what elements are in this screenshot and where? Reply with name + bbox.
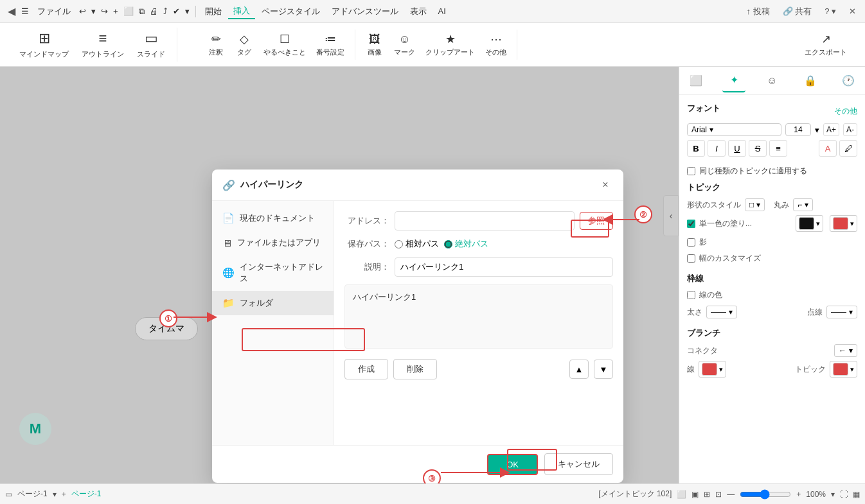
align-btn[interactable]: ≡ (769, 140, 787, 157)
add-page-btn[interactable]: + (62, 490, 66, 499)
toolbar-todo[interactable]: ☐ やるべきこと (258, 30, 311, 60)
toolbar-icon-3[interactable]: ⧉ (137, 6, 147, 17)
delete-button[interactable]: 削除 (393, 359, 437, 379)
move-up-btn[interactable]: ▲ (569, 360, 589, 379)
dialog-sidebar: 📄 現在のドキュメント 🖥 ファイルまたはアプリ 🌐 インターネットアドレス (212, 201, 334, 445)
cancel-button[interactable]: キャンセル (544, 453, 613, 475)
shape-select[interactable]: □ ▾ (745, 198, 765, 211)
thickness-select[interactable]: —— ▾ (706, 306, 737, 318)
connector-select[interactable]: ← ▾ (834, 344, 857, 357)
dialog-overlay: 🔗 ハイパーリンク × 📄 現在のドキュメント 🖥 ファイルまた (0, 67, 679, 483)
branch-topic-color[interactable]: ▾ (830, 361, 857, 378)
desc-input[interactable] (395, 257, 613, 277)
shadow-checkbox[interactable] (687, 238, 695, 247)
redo-btn[interactable]: ↪ (99, 6, 110, 16)
font-color-btn[interactable]: A (819, 140, 837, 157)
toolbar-image[interactable]: 🖼 画像 (361, 30, 389, 60)
toolbar-clipart[interactable]: ★ クリップアート (420, 30, 480, 60)
width-checkbox[interactable] (687, 254, 695, 263)
post-btn[interactable]: ↑ 投稿 (742, 4, 773, 19)
font-other-btn[interactable]: その他 (834, 106, 857, 117)
dialog-sidebar-internet[interactable]: 🌐 インターネットアドレス (212, 255, 334, 291)
relative-path-radio[interactable]: 相対パス (395, 238, 439, 250)
dialog-sidebar-current-doc[interactable]: 📄 現在のドキュメント (212, 206, 334, 230)
zoom-slider[interactable] (740, 489, 791, 500)
toolbar-export[interactable]: ↗ エクスポート (799, 30, 852, 60)
zoom-dropdown[interactable]: ▾ (831, 490, 835, 499)
menu-page-style[interactable]: ページスタイル (256, 4, 325, 19)
toolbar-mindmap[interactable]: ⊞ マインドマップ (13, 28, 75, 62)
menu-icon-1[interactable]: ☰ (19, 6, 31, 16)
toolbar-annotation[interactable]: ✏ 注釈 (202, 30, 230, 60)
back-icon[interactable]: ◀ (5, 5, 18, 17)
menu-start[interactable]: 開始 (200, 4, 227, 19)
menu-view[interactable]: 表示 (405, 4, 432, 19)
panel-tab-shape[interactable]: ⬜ (684, 69, 708, 92)
undo-btn[interactable]: ↩ (77, 6, 88, 16)
strikethrough-btn[interactable]: S (749, 140, 767, 157)
toolbar-tag[interactable]: ◇ タグ (230, 30, 258, 60)
underline-btn[interactable]: U (728, 140, 746, 157)
toolbar-slide[interactable]: ▭ スライド (130, 28, 172, 62)
move-down-btn[interactable]: ▼ (594, 360, 613, 379)
panel-tab-security[interactable]: 🔒 (799, 69, 822, 92)
down-icon: ▼ (600, 365, 608, 374)
create-button[interactable]: 作成 (344, 359, 388, 379)
dialog-list-item[interactable]: ハイパーリンク1 (348, 288, 610, 307)
toolbar-icon-5[interactable]: ⤴ (161, 6, 170, 16)
page-dropdown[interactable]: ▾ (53, 490, 57, 499)
font-name-select[interactable]: Arial ▾ (687, 123, 781, 136)
undo-dropdown[interactable]: ▾ (89, 6, 98, 16)
image-label: 画像 (368, 48, 382, 57)
toolbar-group-insert1: ✏ 注釈 ◇ タグ ☐ やるべきこと ≔ 番号設定 (197, 30, 355, 60)
menu-insert[interactable]: 挿入 (228, 4, 255, 19)
panel-tab-time[interactable]: 🕐 (837, 69, 860, 92)
toolbar-icon-2[interactable]: ⬜ (121, 6, 136, 16)
window-close-btn[interactable]: ✕ (845, 5, 860, 17)
toolbar-numbering[interactable]: ≔ 番号設定 (311, 30, 350, 60)
toolbar-icon-4[interactable]: 🖨 (148, 6, 160, 16)
canvas-area[interactable]: タイムマ M 🔗 ハイパーリンク × 📄 (0, 67, 679, 483)
grid-btn[interactable]: ▦ (853, 490, 860, 499)
toolbar-outline[interactable]: ≡ アウトライン (75, 28, 130, 62)
zoom-plus-btn[interactable]: + (796, 490, 801, 499)
font-highlight-btn[interactable]: 🖊 (839, 140, 857, 157)
toolbar-icon-6[interactable]: ✔ (171, 6, 182, 16)
dialog-sidebar-folder[interactable]: 📁 フォルダ (212, 291, 334, 315)
bold-btn[interactable]: B (687, 140, 705, 157)
dotted-select[interactable]: —— ▾ (826, 306, 857, 318)
absolute-path-input[interactable] (444, 240, 452, 248)
page-name[interactable]: ページ-1 (71, 489, 102, 500)
branch-line-color[interactable]: ▾ (699, 361, 726, 378)
dialog-sidebar-file-app[interactable]: 🖥 ファイルまたはアプリ (212, 230, 334, 255)
thickness-dropdown-icon: ▾ (729, 308, 733, 317)
file-menu[interactable]: ファイル (32, 4, 76, 19)
menu-advanced[interactable]: アドバンスツール (326, 4, 404, 19)
menu-ai[interactable]: AI (433, 5, 451, 17)
round-select[interactable]: ⌐ ▾ (793, 198, 813, 211)
dialog-close-btn[interactable]: × (598, 177, 613, 193)
panel-tab-emotion[interactable]: ☺ (761, 69, 784, 92)
fill-checkbox[interactable] (687, 220, 695, 228)
font-size-input[interactable] (785, 123, 811, 136)
fill-color-dropdown[interactable]: ▾ (796, 215, 823, 232)
fullscreen-btn[interactable]: ⛶ (840, 490, 848, 499)
apply-checkbox[interactable] (687, 167, 695, 175)
relative-path-input[interactable] (395, 240, 403, 248)
toolbar-mark[interactable]: ☺ マーク (389, 30, 420, 60)
border-color-checkbox[interactable] (687, 291, 695, 299)
zoom-minus-btn[interactable]: — (727, 490, 735, 499)
toolbar-other[interactable]: ⋯ その他 (480, 30, 512, 60)
italic-btn[interactable]: I (708, 140, 726, 157)
fill-color-dropdown2[interactable]: ▾ (830, 215, 857, 232)
address-input[interactable] (395, 211, 575, 230)
absolute-path-radio[interactable]: 絶対パス (444, 238, 488, 250)
toolbar-icon-dropdown[interactable]: ▾ (183, 6, 192, 16)
dialog-list-area[interactable]: ハイパーリンク1 (344, 284, 613, 349)
panel-tab-style[interactable]: ✦ (722, 69, 745, 92)
font-decrease-btn[interactable]: A- (843, 123, 857, 136)
font-increase-btn[interactable]: A+ (823, 123, 839, 136)
share-btn[interactable]: 🔗 共有 (779, 4, 816, 19)
toolbar-icon-1[interactable]: + (111, 6, 120, 16)
help-btn[interactable]: ? ▾ (821, 5, 840, 17)
